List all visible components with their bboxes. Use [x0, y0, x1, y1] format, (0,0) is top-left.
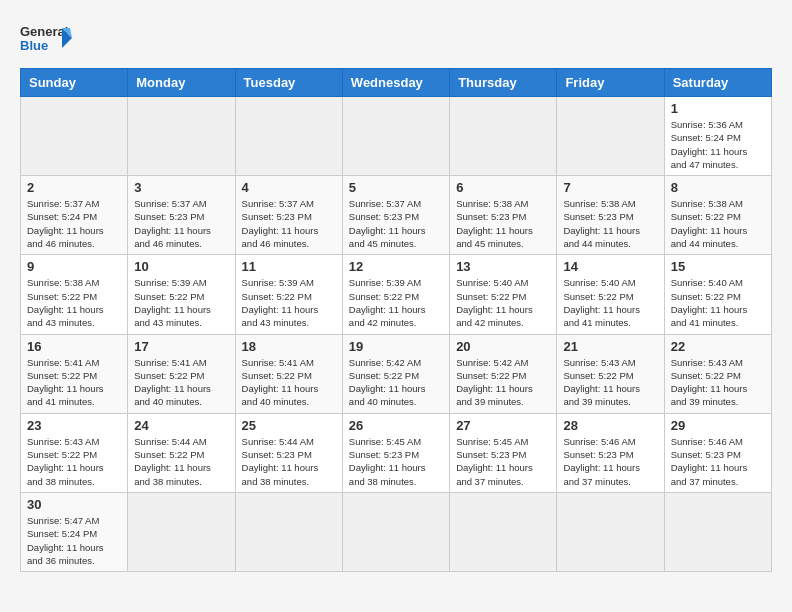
- calendar-cell: [342, 97, 449, 176]
- day-number: 15: [671, 259, 765, 274]
- day-number: 23: [27, 418, 121, 433]
- calendar-cell: [664, 492, 771, 571]
- calendar-cell: [21, 97, 128, 176]
- weekday-header-wednesday: Wednesday: [342, 69, 449, 97]
- day-info: Sunrise: 5:45 AM Sunset: 5:23 PM Dayligh…: [349, 435, 443, 488]
- svg-text:Blue: Blue: [20, 38, 48, 53]
- day-number: 20: [456, 339, 550, 354]
- logo: General Blue: [20, 20, 72, 58]
- day-number: 6: [456, 180, 550, 195]
- day-info: Sunrise: 5:41 AM Sunset: 5:22 PM Dayligh…: [134, 356, 228, 409]
- calendar-cell: 16Sunrise: 5:41 AM Sunset: 5:22 PM Dayli…: [21, 334, 128, 413]
- day-number: 4: [242, 180, 336, 195]
- calendar-cell: 3Sunrise: 5:37 AM Sunset: 5:23 PM Daylig…: [128, 176, 235, 255]
- day-number: 19: [349, 339, 443, 354]
- day-info: Sunrise: 5:43 AM Sunset: 5:22 PM Dayligh…: [563, 356, 657, 409]
- calendar-cell: [235, 492, 342, 571]
- day-number: 8: [671, 180, 765, 195]
- day-info: Sunrise: 5:44 AM Sunset: 5:23 PM Dayligh…: [242, 435, 336, 488]
- day-info: Sunrise: 5:38 AM Sunset: 5:22 PM Dayligh…: [27, 276, 121, 329]
- day-info: Sunrise: 5:37 AM Sunset: 5:23 PM Dayligh…: [134, 197, 228, 250]
- day-number: 9: [27, 259, 121, 274]
- day-number: 24: [134, 418, 228, 433]
- day-number: 2: [27, 180, 121, 195]
- calendar-cell: 28Sunrise: 5:46 AM Sunset: 5:23 PM Dayli…: [557, 413, 664, 492]
- calendar-cell: [450, 97, 557, 176]
- calendar-cell: 29Sunrise: 5:46 AM Sunset: 5:23 PM Dayli…: [664, 413, 771, 492]
- calendar-table: SundayMondayTuesdayWednesdayThursdayFrid…: [20, 68, 772, 572]
- calendar-cell: 17Sunrise: 5:41 AM Sunset: 5:22 PM Dayli…: [128, 334, 235, 413]
- day-info: Sunrise: 5:44 AM Sunset: 5:22 PM Dayligh…: [134, 435, 228, 488]
- calendar-cell: 5Sunrise: 5:37 AM Sunset: 5:23 PM Daylig…: [342, 176, 449, 255]
- day-info: Sunrise: 5:39 AM Sunset: 5:22 PM Dayligh…: [349, 276, 443, 329]
- day-number: 22: [671, 339, 765, 354]
- calendar-week-row: 2Sunrise: 5:37 AM Sunset: 5:24 PM Daylig…: [21, 176, 772, 255]
- svg-text:General: General: [20, 24, 68, 39]
- day-number: 29: [671, 418, 765, 433]
- day-info: Sunrise: 5:41 AM Sunset: 5:22 PM Dayligh…: [242, 356, 336, 409]
- day-number: 21: [563, 339, 657, 354]
- day-number: 3: [134, 180, 228, 195]
- calendar-cell: [557, 97, 664, 176]
- calendar-cell: 2Sunrise: 5:37 AM Sunset: 5:24 PM Daylig…: [21, 176, 128, 255]
- calendar-cell: 26Sunrise: 5:45 AM Sunset: 5:23 PM Dayli…: [342, 413, 449, 492]
- calendar-cell: [342, 492, 449, 571]
- day-info: Sunrise: 5:37 AM Sunset: 5:24 PM Dayligh…: [27, 197, 121, 250]
- day-number: 25: [242, 418, 336, 433]
- calendar-cell: 15Sunrise: 5:40 AM Sunset: 5:22 PM Dayli…: [664, 255, 771, 334]
- day-number: 14: [563, 259, 657, 274]
- calendar-week-row: 16Sunrise: 5:41 AM Sunset: 5:22 PM Dayli…: [21, 334, 772, 413]
- calendar-week-row: 9Sunrise: 5:38 AM Sunset: 5:22 PM Daylig…: [21, 255, 772, 334]
- calendar-cell: 24Sunrise: 5:44 AM Sunset: 5:22 PM Dayli…: [128, 413, 235, 492]
- calendar-week-row: 23Sunrise: 5:43 AM Sunset: 5:22 PM Dayli…: [21, 413, 772, 492]
- day-info: Sunrise: 5:40 AM Sunset: 5:22 PM Dayligh…: [456, 276, 550, 329]
- day-number: 17: [134, 339, 228, 354]
- day-info: Sunrise: 5:47 AM Sunset: 5:24 PM Dayligh…: [27, 514, 121, 567]
- day-number: 11: [242, 259, 336, 274]
- day-info: Sunrise: 5:38 AM Sunset: 5:23 PM Dayligh…: [456, 197, 550, 250]
- day-info: Sunrise: 5:45 AM Sunset: 5:23 PM Dayligh…: [456, 435, 550, 488]
- calendar-cell: 21Sunrise: 5:43 AM Sunset: 5:22 PM Dayli…: [557, 334, 664, 413]
- weekday-header-thursday: Thursday: [450, 69, 557, 97]
- calendar-cell: [235, 97, 342, 176]
- day-number: 18: [242, 339, 336, 354]
- day-info: Sunrise: 5:42 AM Sunset: 5:22 PM Dayligh…: [349, 356, 443, 409]
- page-header: General Blue: [20, 20, 772, 58]
- weekday-header-saturday: Saturday: [664, 69, 771, 97]
- calendar-cell: 11Sunrise: 5:39 AM Sunset: 5:22 PM Dayli…: [235, 255, 342, 334]
- weekday-header-friday: Friday: [557, 69, 664, 97]
- calendar-cell: 27Sunrise: 5:45 AM Sunset: 5:23 PM Dayli…: [450, 413, 557, 492]
- day-number: 10: [134, 259, 228, 274]
- calendar-cell: 25Sunrise: 5:44 AM Sunset: 5:23 PM Dayli…: [235, 413, 342, 492]
- calendar-cell: 12Sunrise: 5:39 AM Sunset: 5:22 PM Dayli…: [342, 255, 449, 334]
- calendar-cell: 19Sunrise: 5:42 AM Sunset: 5:22 PM Dayli…: [342, 334, 449, 413]
- calendar-cell: 1Sunrise: 5:36 AM Sunset: 5:24 PM Daylig…: [664, 97, 771, 176]
- day-info: Sunrise: 5:46 AM Sunset: 5:23 PM Dayligh…: [563, 435, 657, 488]
- day-info: Sunrise: 5:43 AM Sunset: 5:22 PM Dayligh…: [27, 435, 121, 488]
- day-info: Sunrise: 5:36 AM Sunset: 5:24 PM Dayligh…: [671, 118, 765, 171]
- day-info: Sunrise: 5:46 AM Sunset: 5:23 PM Dayligh…: [671, 435, 765, 488]
- calendar-cell: 22Sunrise: 5:43 AM Sunset: 5:22 PM Dayli…: [664, 334, 771, 413]
- day-info: Sunrise: 5:39 AM Sunset: 5:22 PM Dayligh…: [134, 276, 228, 329]
- day-info: Sunrise: 5:42 AM Sunset: 5:22 PM Dayligh…: [456, 356, 550, 409]
- weekday-header-row: SundayMondayTuesdayWednesdayThursdayFrid…: [21, 69, 772, 97]
- day-info: Sunrise: 5:38 AM Sunset: 5:23 PM Dayligh…: [563, 197, 657, 250]
- calendar-cell: 8Sunrise: 5:38 AM Sunset: 5:22 PM Daylig…: [664, 176, 771, 255]
- calendar-cell: 7Sunrise: 5:38 AM Sunset: 5:23 PM Daylig…: [557, 176, 664, 255]
- day-info: Sunrise: 5:40 AM Sunset: 5:22 PM Dayligh…: [671, 276, 765, 329]
- day-number: 28: [563, 418, 657, 433]
- day-number: 26: [349, 418, 443, 433]
- calendar-cell: 13Sunrise: 5:40 AM Sunset: 5:22 PM Dayli…: [450, 255, 557, 334]
- day-number: 30: [27, 497, 121, 512]
- calendar-cell: 14Sunrise: 5:40 AM Sunset: 5:22 PM Dayli…: [557, 255, 664, 334]
- logo-icon: General Blue: [20, 20, 72, 58]
- day-info: Sunrise: 5:38 AM Sunset: 5:22 PM Dayligh…: [671, 197, 765, 250]
- weekday-header-tuesday: Tuesday: [235, 69, 342, 97]
- weekday-header-sunday: Sunday: [21, 69, 128, 97]
- day-info: Sunrise: 5:37 AM Sunset: 5:23 PM Dayligh…: [242, 197, 336, 250]
- calendar-cell: 20Sunrise: 5:42 AM Sunset: 5:22 PM Dayli…: [450, 334, 557, 413]
- day-number: 13: [456, 259, 550, 274]
- calendar-cell: 10Sunrise: 5:39 AM Sunset: 5:22 PM Dayli…: [128, 255, 235, 334]
- day-info: Sunrise: 5:43 AM Sunset: 5:22 PM Dayligh…: [671, 356, 765, 409]
- day-number: 27: [456, 418, 550, 433]
